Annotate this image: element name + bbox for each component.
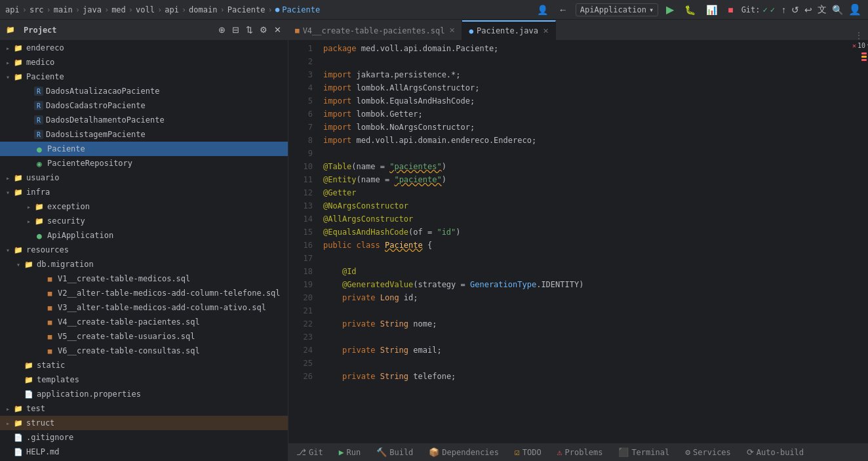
kebab-menu-icon[interactable]: ⋮ [855,31,863,40]
bottom-todo-label: TODO [523,448,542,457]
tree-item-app-properties[interactable]: 📄 application.properties [0,387,288,401]
tree-item-api-application[interactable]: ● ApiApplication [0,228,288,243]
editor-scrollbar[interactable]: ✕ 10 ⌃ ⌄ [860,41,868,443]
tree-item-v2[interactable]: ■ V2__alter-table-medicos-add-column-tel… [0,286,288,300]
close-sidebar-icon[interactable]: ✕ [273,24,283,36]
tree-item-paciente-java[interactable]: ● Paciente [0,142,288,156]
user-plus-button[interactable]: 👤 [847,2,863,17]
tree-item-help-md[interactable]: 📄 HELP.md [0,445,288,459]
tree-item-struct[interactable]: 📁 struct [0,416,288,430]
tree-item-endereco[interactable]: 📁 endereco [0,41,288,55]
git-history-button[interactable]: ↺ [790,2,800,17]
tab-java-close[interactable]: ✕ [543,27,549,35]
label-usuario: usuario [26,173,60,182]
tree-item-resources[interactable]: 📁 resources [0,243,288,257]
label-gitignore: .gitignore [26,433,73,442]
tree-item-dados-listagem[interactable]: R DadosListagemPaciente [0,127,288,142]
add-icon[interactable]: ⊕ [217,24,227,36]
folder-icon-resources: 📁 [13,245,24,255]
run-config[interactable]: ApiApplication ▾ [576,3,658,16]
bottom-todo[interactable]: ☑ TODO [512,446,544,458]
tree-item-medico[interactable]: 📁 medico [0,55,288,70]
code-line-25 [323,357,860,370]
tree-item-paciente-folder[interactable]: 📁 Paciente [0,70,288,84]
warning-marker-1 [861,56,867,58]
arrow-endereco [3,45,13,52]
folder-icon-db-migration: 📁 [24,259,34,270]
tree-item-dados-cadastro[interactable]: R DadosCadastroPaciente [0,98,288,113]
translate-button[interactable]: 文 [816,2,828,17]
tree-item-infra[interactable]: 📁 infra [0,185,288,199]
collapse-all-icon[interactable]: ⊟ [231,24,241,36]
bottom-services[interactable]: ⚙ Services [682,446,734,458]
git-update-button[interactable]: ↑ [780,2,787,17]
tree-item-v3[interactable]: ■ V3__alter-table-medicos-add-column-ati… [0,300,288,315]
java-icon-api-application: ● [34,230,45,241]
settings-icon[interactable]: ⚙ [258,24,269,36]
stop-button[interactable]: ■ [725,3,736,16]
tree-item-dados-detalhamento[interactable]: R DadosDetalhamentoPaciente [0,113,288,127]
sort-icon[interactable]: ⇅ [245,24,254,36]
tree-item-templates[interactable]: 📁 templates [0,372,288,387]
sql-icon-v5: ■ [45,331,55,342]
sidebar: 📁 Project ⊕ ⊟ ⇅ ⚙ ✕ 📁 endereco 📁 medico [0,20,288,461]
code-line-26: private String telefone; [323,370,860,383]
tree-item-usuario[interactable]: 📁 usuario [0,170,288,185]
tree-item-dados-atualizacao[interactable]: R DadosAtualizacaoPaciente [0,84,288,98]
tab-java[interactable]: ● Paciente.java ✕ [462,20,556,40]
bottom-problems-label: Problems [565,448,603,457]
tree-item-v5[interactable]: ■ V5__create-table-usuarios.sql [0,329,288,344]
tab-sql-close[interactable]: ✕ [449,26,455,35]
bottom-run[interactable]: ▶ Run [336,446,364,458]
tree-item-paciente-repo[interactable]: ◉ PacienteRepository [0,156,288,170]
problems-icon: ⚠ [557,447,562,457]
folder-icon-security: 📁 [34,216,45,226]
run-button[interactable]: ▶ [663,2,677,17]
code-line-12: @Getter [323,186,860,199]
label-api-application: ApiApplication [47,231,113,240]
error-marker-2 [861,59,867,61]
git-revert-button[interactable]: ↩ [803,2,814,17]
code-line-11: @Entity(name = "paciente") [323,173,860,186]
tree-item-static[interactable]: 📁 static [0,358,288,372]
search-button[interactable]: 🔍 [831,2,844,17]
arrow-struct [3,420,13,427]
bottom-dependencies[interactable]: 📦 Dependencies [426,446,502,458]
error-marker-1 [861,52,867,54]
bottom-build[interactable]: 🔨 Build [374,446,416,458]
tree-item-security[interactable]: 📁 security [0,214,288,228]
person-icon[interactable]: 👤 [534,3,551,16]
sidebar-content[interactable]: 📁 endereco 📁 medico 📁 Paciente R DadosAt… [0,41,288,461]
bottom-terminal[interactable]: ⬛ Terminal [616,446,672,458]
label-static: static [37,361,65,370]
label-resources: resources [26,245,69,254]
tree-item-db-migration[interactable]: 📁 db.migration [0,257,288,271]
folder-icon-paciente: 📁 [13,71,24,82]
tree-item-v4[interactable]: ■ V4__create-table-pacientes.sql [0,315,288,329]
git-branch-icon: ⎇ [296,447,306,457]
label-v5: V5__create-table-usuarios.sql [58,332,195,341]
tree-item-v1[interactable]: ■ V1__create-table-medicos.sql [0,271,288,286]
sql-icon-v4: ■ [45,317,55,327]
bottom-git[interactable]: ⎇ Git [294,446,326,458]
tree-item-gitignore[interactable]: 📄 .gitignore [0,430,288,445]
tree-item-v6[interactable]: ■ V6__create-table-consultas.sql [0,344,288,358]
code-line-1: package med.voll.api.domain.Paciente; [323,42,860,55]
bottom-problems[interactable]: ⚠ Problems [555,446,606,458]
line-numbers: 12345 678910 1112131415 1617181920 21222… [288,41,318,443]
java-icon-dados-cadastro: R [34,101,43,110]
java-icon-paciente: ● [34,144,45,154]
label-infra: infra [26,188,50,197]
code-content[interactable]: package med.voll.api.domain.Paciente; im… [318,41,860,443]
back-icon[interactable]: ← [556,3,570,16]
tab-sql[interactable]: ■ V4__create-table-pacientes.sql ✕ [288,20,462,40]
tree-item-test[interactable]: 📁 test [0,401,288,416]
debug-button[interactable]: 🐛 [682,3,698,16]
tree-item-exception[interactable]: 📁 exception [0,199,288,214]
git-label: Git: [741,5,760,14]
coverage-button[interactable]: 📊 [703,3,720,16]
bottom-autobuild[interactable]: ⟳ Auto-build [744,446,806,458]
code-line-19: @GeneratedValue(strategy = GenerationTyp… [323,278,860,291]
code-line-18: @Id [323,265,860,278]
git-check2: ✓ [770,5,775,14]
